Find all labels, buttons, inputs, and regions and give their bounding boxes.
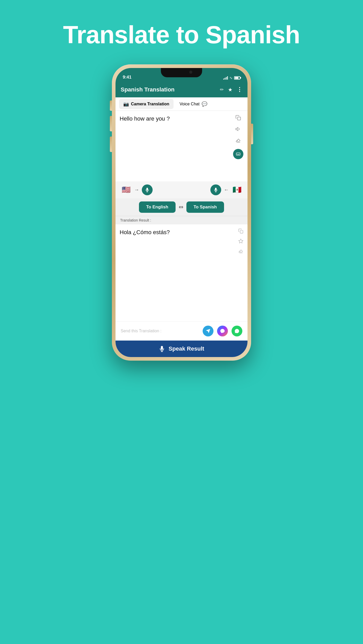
result-spacer xyxy=(116,259,248,321)
telegram-button[interactable] xyxy=(203,326,213,336)
source-mic-button[interactable] xyxy=(142,184,153,195)
result-header: Translation Result : xyxy=(116,216,248,224)
result-copy-icon[interactable] xyxy=(238,228,243,235)
svg-rect-2 xyxy=(236,153,240,155)
phone-shell: 9:41 ∿ Spanish Translation ✏ ★ ⋮ xyxy=(112,64,251,361)
more-icon[interactable]: ⋮ xyxy=(237,86,242,93)
tabs-bar: 📷 Camera Translation Voice Chat 💬 xyxy=(116,97,248,111)
chat-icon: 💬 xyxy=(202,101,207,107)
copy-icon[interactable] xyxy=(235,115,241,122)
whatsapp-button[interactable] xyxy=(232,326,242,336)
svg-rect-7 xyxy=(240,230,243,233)
result-text: Hola ¿Cómo estás? xyxy=(120,228,236,255)
result-header-label: Translation Result : xyxy=(120,218,151,222)
tab-camera[interactable]: 📷 Camera Translation xyxy=(119,99,174,109)
swap-icon[interactable]: ⇔ xyxy=(179,204,183,210)
header-actions: ✏ ★ ⋮ xyxy=(220,86,242,93)
wifi-icon: ∿ xyxy=(229,76,233,80)
arrow-left-icon: ← xyxy=(224,187,229,193)
result-star-add-icon[interactable] xyxy=(238,239,243,245)
svg-marker-1 xyxy=(236,128,238,131)
result-erase-icon[interactable] xyxy=(238,249,243,255)
star-icon[interactable]: ★ xyxy=(228,87,233,93)
share-label: Send this Translation : xyxy=(121,329,161,333)
input-text[interactable]: Hello how are you ? xyxy=(120,115,230,177)
target-mic-button[interactable] xyxy=(210,184,221,195)
speak-result-button[interactable]: Speak Result xyxy=(116,341,248,357)
power-button[interactable] xyxy=(251,124,253,144)
tab-voice[interactable]: Voice Chat 💬 xyxy=(176,99,211,109)
silent-button[interactable] xyxy=(110,100,112,111)
to-spanish-button[interactable]: To Spanish xyxy=(186,201,224,213)
svg-marker-8 xyxy=(239,239,243,243)
keyboard-button[interactable] xyxy=(233,149,243,159)
tab-voice-label: Voice Chat xyxy=(180,102,200,106)
messenger-button[interactable] xyxy=(217,326,228,336)
input-area: Hello how are you ? xyxy=(116,111,248,181)
source-lang-group[interactable]: 🇺🇸 → xyxy=(121,184,153,195)
edit-icon[interactable]: ✏ xyxy=(220,87,224,92)
erase-icon[interactable] xyxy=(235,138,241,145)
result-actions xyxy=(238,228,243,255)
target-lang-group[interactable]: ← 🇲🇽 xyxy=(210,184,242,195)
volume-down-button[interactable] xyxy=(110,137,112,152)
mx-flag: 🇲🇽 xyxy=(232,184,242,195)
battery-icon xyxy=(234,76,240,80)
svg-rect-0 xyxy=(237,117,241,120)
notch xyxy=(161,68,202,77)
result-area: Hola ¿Cómo estás? xyxy=(116,224,248,259)
microphone-icon xyxy=(159,346,165,352)
page-title: Translate to Spanish xyxy=(63,21,300,49)
tab-camera-label: Camera Translation xyxy=(131,102,169,106)
arrow-right-icon: → xyxy=(134,187,139,193)
front-camera xyxy=(189,71,192,74)
status-icons: ∿ xyxy=(223,76,240,80)
app-header: Spanish Translation ✏ ★ ⋮ xyxy=(116,82,248,97)
us-flag: 🇺🇸 xyxy=(121,184,131,195)
camera-icon: 📷 xyxy=(123,101,129,107)
volume-icon[interactable] xyxy=(235,126,241,133)
input-actions xyxy=(233,115,243,177)
app-title: Spanish Translation xyxy=(121,86,175,93)
language-row: 🇺🇸 → ← 🇲🇽 xyxy=(116,181,248,198)
volume-up-button[interactable] xyxy=(110,116,112,131)
share-row: Send this Translation : xyxy=(116,321,248,341)
speak-result-label: Speak Result xyxy=(169,345,204,352)
to-english-button[interactable]: To English xyxy=(139,201,176,213)
phone-screen: 9:41 ∿ Spanish Translation ✏ ★ ⋮ xyxy=(116,68,248,357)
status-bar: 9:41 ∿ xyxy=(116,68,248,82)
status-time: 9:41 xyxy=(123,75,131,80)
signal-icon xyxy=(223,76,228,80)
translate-buttons-row: To English ⇔ To Spanish xyxy=(116,198,248,216)
